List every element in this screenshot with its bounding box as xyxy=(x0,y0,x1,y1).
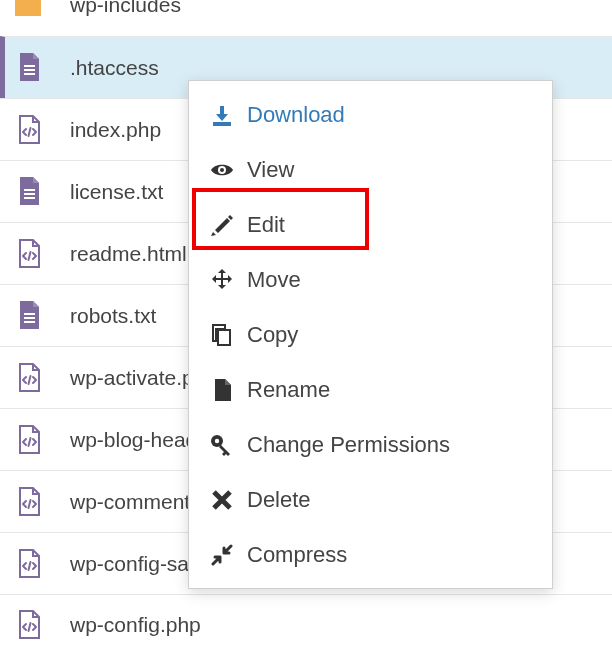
menu-label: Rename xyxy=(247,377,330,403)
menu-label: Compress xyxy=(247,542,347,568)
menu-label: Delete xyxy=(247,487,311,513)
menu-item-view[interactable]: View xyxy=(189,142,552,197)
file-name: robots.txt xyxy=(70,304,156,328)
context-menu: Download View Edit Move Copy Rename Chan… xyxy=(188,80,553,589)
folder-icon xyxy=(14,0,44,17)
codefile-icon xyxy=(14,239,44,269)
move-icon xyxy=(209,268,235,292)
menu-label: View xyxy=(247,157,294,183)
eye-icon xyxy=(209,160,235,180)
menu-item-move[interactable]: Move xyxy=(189,252,552,307)
key-icon xyxy=(209,433,235,457)
file-name: license.txt xyxy=(70,180,163,204)
codefile-icon xyxy=(14,549,44,579)
textfile-icon xyxy=(14,301,44,331)
menu-item-delete[interactable]: Delete xyxy=(189,472,552,527)
codefile-icon xyxy=(14,363,44,393)
menu-item-download[interactable]: Download xyxy=(189,87,552,142)
file-icon xyxy=(209,378,235,402)
menu-label: Move xyxy=(247,267,301,293)
file-row[interactable]: wp-config.php xyxy=(0,594,612,647)
copy-icon xyxy=(209,323,235,347)
textfile-icon xyxy=(14,53,44,83)
menu-label: Download xyxy=(247,102,345,128)
menu-item-copy[interactable]: Copy xyxy=(189,307,552,362)
file-name: wp-includes xyxy=(70,0,181,17)
codefile-icon xyxy=(14,425,44,455)
textfile-icon xyxy=(14,177,44,207)
compress-icon xyxy=(209,544,235,566)
file-name: wp-config.php xyxy=(70,613,201,637)
download-icon xyxy=(209,104,235,126)
file-name: .htaccess xyxy=(70,56,159,80)
file-row-folder[interactable]: wp-includes xyxy=(0,0,612,36)
menu-item-edit[interactable]: Edit xyxy=(189,197,552,252)
menu-item-rename[interactable]: Rename xyxy=(189,362,552,417)
menu-label: Change Permissions xyxy=(247,432,450,458)
menu-label: Copy xyxy=(247,322,298,348)
codefile-icon xyxy=(14,487,44,517)
codefile-icon xyxy=(14,610,44,640)
x-icon xyxy=(209,489,235,511)
menu-label: Edit xyxy=(247,212,285,238)
file-name: readme.html xyxy=(70,242,187,266)
file-name: index.php xyxy=(70,118,161,142)
menu-item-permissions[interactable]: Change Permissions xyxy=(189,417,552,472)
menu-item-compress[interactable]: Compress xyxy=(189,527,552,582)
pencil-icon xyxy=(209,213,235,237)
codefile-icon xyxy=(14,115,44,145)
